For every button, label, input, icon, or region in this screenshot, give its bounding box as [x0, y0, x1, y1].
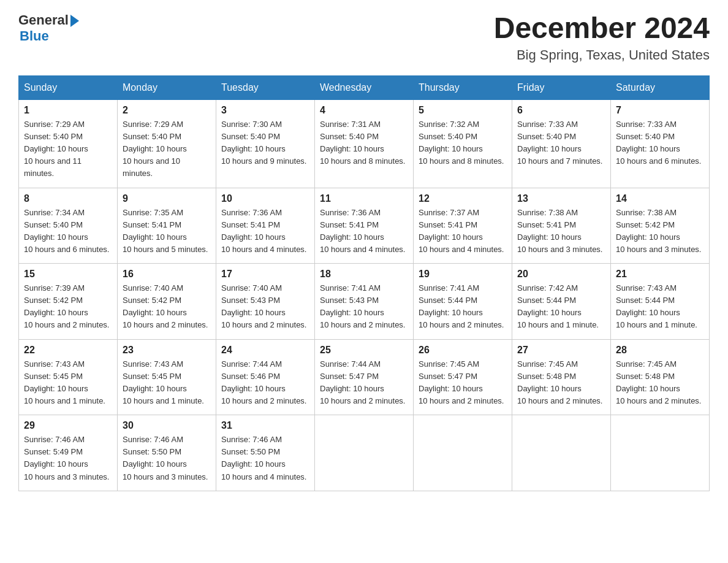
calendar-cell: 14 Sunrise: 7:38 AMSunset: 5:42 PMDaylig… [611, 188, 710, 264]
day-info: Sunrise: 7:41 AMSunset: 5:43 PMDaylight:… [320, 282, 408, 332]
day-number: 19 [419, 269, 507, 280]
day-info: Sunrise: 7:32 AMSunset: 5:40 PMDaylight:… [419, 118, 507, 168]
day-info: Sunrise: 7:33 AMSunset: 5:40 PMDaylight:… [616, 118, 704, 168]
calendar-week-row: 22 Sunrise: 7:43 AMSunset: 5:45 PMDaylig… [19, 339, 710, 415]
weekday-header-monday: Monday [118, 75, 216, 99]
calendar-cell: 18 Sunrise: 7:41 AMSunset: 5:43 PMDaylig… [315, 264, 414, 340]
calendar-table: SundayMondayTuesdayWednesdayThursdayFrid… [18, 75, 710, 491]
day-number: 30 [123, 420, 211, 431]
calendar-cell: 29 Sunrise: 7:46 AMSunset: 5:49 PMDaylig… [19, 415, 118, 491]
month-year-title: December 2024 [494, 12, 710, 45]
day-number: 17 [221, 269, 309, 280]
day-info: Sunrise: 7:29 AMSunset: 5:40 PMDaylight:… [123, 118, 211, 180]
day-number: 18 [320, 269, 408, 280]
day-info: Sunrise: 7:41 AMSunset: 5:44 PMDaylight:… [419, 282, 507, 332]
logo-triangle-icon [70, 15, 79, 27]
day-info: Sunrise: 7:40 AMSunset: 5:43 PMDaylight:… [221, 282, 309, 332]
day-info: Sunrise: 7:45 AMSunset: 5:48 PMDaylight:… [616, 358, 704, 408]
calendar-cell: 4 Sunrise: 7:31 AMSunset: 5:40 PMDayligh… [315, 99, 414, 188]
day-info: Sunrise: 7:34 AMSunset: 5:40 PMDaylight:… [24, 207, 112, 256]
day-info: Sunrise: 7:42 AMSunset: 5:44 PMDaylight:… [517, 282, 605, 332]
calendar-cell: 5 Sunrise: 7:32 AMSunset: 5:40 PMDayligh… [414, 99, 512, 188]
day-number: 8 [24, 193, 112, 204]
calendar-week-row: 8 Sunrise: 7:34 AMSunset: 5:40 PMDayligh… [19, 188, 710, 264]
day-number: 21 [616, 269, 704, 280]
day-info: Sunrise: 7:44 AMSunset: 5:46 PMDaylight:… [221, 358, 309, 408]
calendar-cell: 1 Sunrise: 7:29 AMSunset: 5:40 PMDayligh… [19, 99, 118, 188]
weekday-header-wednesday: Wednesday [315, 75, 414, 99]
day-info: Sunrise: 7:43 AMSunset: 5:45 PMDaylight:… [24, 358, 112, 408]
calendar-cell: 7 Sunrise: 7:33 AMSunset: 5:40 PMDayligh… [611, 99, 710, 188]
calendar-cell: 26 Sunrise: 7:45 AMSunset: 5:47 PMDaylig… [414, 339, 512, 415]
calendar-week-row: 15 Sunrise: 7:39 AMSunset: 5:42 PMDaylig… [19, 264, 710, 340]
day-info: Sunrise: 7:33 AMSunset: 5:40 PMDaylight:… [517, 118, 605, 168]
calendar-cell: 10 Sunrise: 7:36 AMSunset: 5:41 PMDaylig… [216, 188, 315, 264]
day-info: Sunrise: 7:46 AMSunset: 5:50 PMDaylight:… [221, 434, 309, 483]
calendar-cell: 30 Sunrise: 7:46 AMSunset: 5:50 PMDaylig… [118, 415, 216, 491]
title-area: December 2024 Big Spring, Texas, United … [494, 12, 710, 63]
calendar-cell: 15 Sunrise: 7:39 AMSunset: 5:42 PMDaylig… [19, 264, 118, 340]
day-number: 6 [517, 105, 605, 116]
weekday-header-thursday: Thursday [414, 75, 512, 99]
calendar-cell: 27 Sunrise: 7:45 AMSunset: 5:48 PMDaylig… [512, 339, 611, 415]
calendar-cell [611, 415, 710, 491]
calendar-cell: 20 Sunrise: 7:42 AMSunset: 5:44 PMDaylig… [512, 264, 611, 340]
day-info: Sunrise: 7:45 AMSunset: 5:48 PMDaylight:… [517, 358, 605, 408]
calendar-cell: 28 Sunrise: 7:45 AMSunset: 5:48 PMDaylig… [611, 339, 710, 415]
day-info: Sunrise: 7:46 AMSunset: 5:49 PMDaylight:… [24, 434, 112, 483]
day-number: 27 [517, 345, 605, 356]
day-info: Sunrise: 7:39 AMSunset: 5:42 PMDaylight:… [24, 282, 112, 332]
day-info: Sunrise: 7:43 AMSunset: 5:44 PMDaylight:… [616, 282, 704, 332]
day-number: 25 [320, 345, 408, 356]
day-info: Sunrise: 7:29 AMSunset: 5:40 PMDaylight:… [24, 118, 112, 180]
calendar-week-row: 1 Sunrise: 7:29 AMSunset: 5:40 PMDayligh… [19, 99, 710, 188]
calendar-cell: 11 Sunrise: 7:36 AMSunset: 5:41 PMDaylig… [315, 188, 414, 264]
day-number: 2 [123, 105, 211, 116]
day-number: 13 [517, 193, 605, 204]
day-info: Sunrise: 7:36 AMSunset: 5:41 PMDaylight:… [320, 207, 408, 256]
day-number: 1 [24, 105, 112, 116]
day-info: Sunrise: 7:46 AMSunset: 5:50 PMDaylight:… [123, 434, 211, 483]
calendar-cell: 9 Sunrise: 7:35 AMSunset: 5:41 PMDayligh… [118, 188, 216, 264]
day-info: Sunrise: 7:44 AMSunset: 5:47 PMDaylight:… [320, 358, 408, 408]
weekday-header-friday: Friday [512, 75, 611, 99]
day-info: Sunrise: 7:40 AMSunset: 5:42 PMDaylight:… [123, 282, 211, 332]
calendar-cell: 21 Sunrise: 7:43 AMSunset: 5:44 PMDaylig… [611, 264, 710, 340]
day-info: Sunrise: 7:36 AMSunset: 5:41 PMDaylight:… [221, 207, 309, 256]
day-number: 4 [320, 105, 408, 116]
calendar-cell: 19 Sunrise: 7:41 AMSunset: 5:44 PMDaylig… [414, 264, 512, 340]
day-number: 15 [24, 269, 112, 280]
calendar-cell: 23 Sunrise: 7:43 AMSunset: 5:45 PMDaylig… [118, 339, 216, 415]
calendar-week-row: 29 Sunrise: 7:46 AMSunset: 5:49 PMDaylig… [19, 415, 710, 491]
calendar-cell: 6 Sunrise: 7:33 AMSunset: 5:40 PMDayligh… [512, 99, 611, 188]
day-info: Sunrise: 7:43 AMSunset: 5:45 PMDaylight:… [123, 358, 211, 408]
day-number: 9 [123, 193, 211, 204]
calendar-cell: 8 Sunrise: 7:34 AMSunset: 5:40 PMDayligh… [19, 188, 118, 264]
day-number: 12 [419, 193, 507, 204]
calendar-cell: 24 Sunrise: 7:44 AMSunset: 5:46 PMDaylig… [216, 339, 315, 415]
day-number: 11 [320, 193, 408, 204]
day-number: 14 [616, 193, 704, 204]
day-info: Sunrise: 7:38 AMSunset: 5:41 PMDaylight:… [517, 207, 605, 256]
logo: General Blue [18, 12, 79, 44]
weekday-header-saturday: Saturday [611, 75, 710, 99]
weekday-header-row: SundayMondayTuesdayWednesdayThursdayFrid… [19, 75, 710, 99]
calendar-cell: 12 Sunrise: 7:37 AMSunset: 5:41 PMDaylig… [414, 188, 512, 264]
calendar-cell [414, 415, 512, 491]
day-number: 29 [24, 420, 112, 431]
day-number: 22 [24, 345, 112, 356]
day-info: Sunrise: 7:37 AMSunset: 5:41 PMDaylight:… [419, 207, 507, 256]
day-number: 10 [221, 193, 309, 204]
calendar-cell: 31 Sunrise: 7:46 AMSunset: 5:50 PMDaylig… [216, 415, 315, 491]
day-info: Sunrise: 7:35 AMSunset: 5:41 PMDaylight:… [123, 207, 211, 256]
weekday-header-tuesday: Tuesday [216, 75, 315, 99]
day-info: Sunrise: 7:38 AMSunset: 5:42 PMDaylight:… [616, 207, 704, 256]
day-info: Sunrise: 7:31 AMSunset: 5:40 PMDaylight:… [320, 118, 408, 168]
calendar-cell: 2 Sunrise: 7:29 AMSunset: 5:40 PMDayligh… [118, 99, 216, 188]
day-number: 20 [517, 269, 605, 280]
location-subtitle: Big Spring, Texas, United States [494, 47, 710, 63]
day-number: 26 [419, 345, 507, 356]
day-number: 7 [616, 105, 704, 116]
header: General Blue December 2024 Big Spring, T… [18, 12, 710, 63]
day-info: Sunrise: 7:30 AMSunset: 5:40 PMDaylight:… [221, 118, 309, 168]
